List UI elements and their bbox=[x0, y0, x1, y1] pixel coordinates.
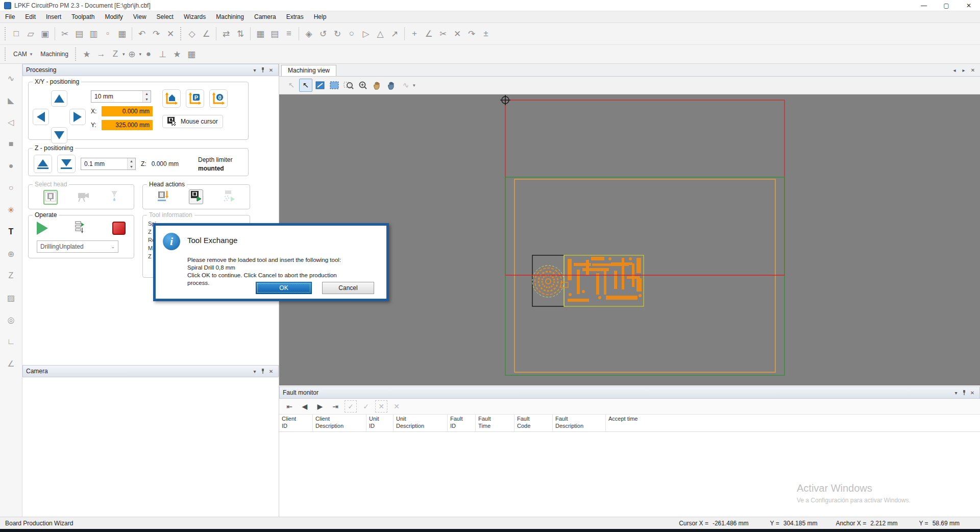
move-icon[interactable]: + bbox=[407, 27, 422, 41]
next-fault-icon[interactable]: ▶ bbox=[314, 400, 326, 413]
column-fault-description[interactable]: FaultDescription bbox=[553, 415, 606, 431]
ellipse-tool-icon[interactable]: ○ bbox=[4, 181, 18, 195]
start-processing-icon[interactable] bbox=[37, 222, 48, 235]
delete-icon[interactable]: ✕ bbox=[163, 27, 178, 41]
z-step-spinner[interactable]: 0.1 mm ▲▼ bbox=[81, 158, 136, 170]
cancel-button[interactable]: Cancel bbox=[322, 282, 374, 294]
zoom-fit-icon[interactable] bbox=[313, 79, 327, 92]
cut-icon[interactable]: ✂ bbox=[58, 27, 72, 41]
stop-processing-icon[interactable] bbox=[112, 222, 126, 235]
select-cursor-icon[interactable]: ↖ bbox=[299, 79, 312, 92]
chevron-down-icon[interactable]: ▾ bbox=[413, 83, 415, 88]
line-point-icon[interactable]: ∠ bbox=[422, 27, 436, 41]
panel-pin-icon[interactable] bbox=[960, 389, 968, 397]
menu-select[interactable]: Select bbox=[152, 12, 179, 22]
accept-selected-icon[interactable]: ✓ bbox=[345, 400, 357, 413]
pan-icon[interactable] bbox=[371, 79, 384, 92]
open-icon[interactable]: ▱ bbox=[23, 27, 38, 41]
spiral-tool-icon[interactable]: ◎ bbox=[4, 312, 18, 327]
menu-edit[interactable]: Edit bbox=[20, 12, 41, 22]
column-accept-time[interactable]: Accept time bbox=[606, 415, 980, 431]
panel-pin-icon[interactable] bbox=[259, 367, 267, 375]
text-tool-icon[interactable]: T bbox=[4, 225, 18, 239]
pan-alt-icon[interactable] bbox=[385, 79, 398, 92]
spindle-head-icon[interactable] bbox=[43, 190, 58, 205]
spin-down-icon[interactable]: ▼ bbox=[128, 164, 135, 170]
column-unit-id[interactable]: UnitID bbox=[366, 415, 394, 431]
angle-45-tool-icon[interactable]: ∠ bbox=[4, 356, 18, 371]
lower-head-icon[interactable] bbox=[157, 190, 170, 204]
redo-icon[interactable]: ↷ bbox=[149, 27, 163, 41]
paste-icon[interactable]: ▥ bbox=[86, 27, 101, 41]
menu-view[interactable]: View bbox=[128, 12, 152, 22]
cam-dropdown[interactable]: CAM ▾ bbox=[9, 49, 36, 59]
align-rows-icon[interactable]: ▤ bbox=[267, 27, 282, 41]
maximize-button[interactable]: ▢ bbox=[935, 0, 958, 11]
zoom-in-out-icon[interactable] bbox=[356, 79, 370, 92]
spin-up-icon[interactable]: ▲ bbox=[128, 158, 135, 164]
menu-toolpath[interactable]: Toolpath bbox=[66, 12, 100, 22]
last-fault-icon[interactable]: ⇥ bbox=[329, 400, 341, 413]
menu-machining[interactable]: Machining bbox=[211, 12, 249, 22]
dispenser-head-icon[interactable] bbox=[110, 190, 119, 204]
toolbar-grip[interactable] bbox=[75, 47, 77, 61]
menu-help[interactable]: Help bbox=[309, 12, 332, 22]
mirror-icon[interactable]: ▷ bbox=[359, 27, 373, 41]
first-fault-icon[interactable]: ⇤ bbox=[283, 400, 296, 413]
column-fault-code[interactable]: FaultCode bbox=[514, 415, 553, 431]
paste-special-icon[interactable]: ▫ bbox=[101, 27, 115, 41]
rubout-tool-icon[interactable]: ✳ bbox=[4, 203, 18, 217]
align-grid-icon[interactable]: ▦ bbox=[253, 27, 267, 41]
menu-file[interactable]: File bbox=[0, 12, 20, 22]
column-fault-id[interactable]: FaultID bbox=[448, 415, 476, 431]
rotate-ccw-icon[interactable]: ↺ bbox=[316, 27, 330, 41]
panel-close-icon[interactable]: ✕ bbox=[267, 367, 275, 375]
menu-extras[interactable]: Extras bbox=[281, 12, 309, 22]
print-icon[interactable]: ▦ bbox=[115, 27, 129, 41]
column-client-id[interactable]: ClientID bbox=[279, 415, 313, 431]
zoom-window-icon[interactable] bbox=[328, 79, 341, 92]
menu-insert[interactable]: Insert bbox=[41, 12, 66, 22]
closed-polygon-tool-icon[interactable]: ◣ bbox=[4, 93, 18, 107]
board-icon[interactable]: ▦ bbox=[184, 47, 199, 61]
close-button[interactable]: ✕ bbox=[958, 0, 980, 11]
flip-vertical-icon[interactable]: ⇅ bbox=[233, 27, 248, 41]
tab-scroll-right-icon[interactable]: ▸ bbox=[960, 66, 968, 74]
go-pause-position-button[interactable]: P bbox=[186, 89, 204, 108]
arc-point-icon[interactable]: ↷ bbox=[464, 27, 479, 41]
spray-icon[interactable] bbox=[223, 190, 236, 204]
panel-pin-icon[interactable] bbox=[259, 66, 267, 74]
dimension-icon[interactable]: ∠ bbox=[199, 27, 213, 41]
mouse-cursor-button[interactable]: Mouse cursor bbox=[162, 115, 223, 128]
z-contour-icon[interactable]: Z bbox=[108, 47, 122, 61]
jog-z-down-button[interactable] bbox=[57, 155, 76, 173]
tab-close-icon[interactable]: ✕ bbox=[969, 66, 977, 74]
angle-90-tool-icon[interactable]: ∟ bbox=[4, 334, 18, 349]
zoom-selection-icon[interactable] bbox=[342, 79, 355, 92]
wizard-icon[interactable]: ★ bbox=[80, 47, 94, 61]
select-dashed-icon[interactable]: ↖ bbox=[285, 79, 298, 92]
toolbar-grip[interactable] bbox=[5, 47, 7, 61]
column-client-description[interactable]: ClientDescription bbox=[313, 415, 366, 431]
tab-scroll-left-icon[interactable]: ◂ bbox=[950, 66, 959, 74]
cut-point-icon[interactable]: ✂ bbox=[436, 27, 450, 41]
add-point-icon[interactable]: ± bbox=[479, 27, 493, 41]
toolbar-grip[interactable] bbox=[5, 27, 7, 40]
curve-tool-icon[interactable]: ∿ bbox=[4, 71, 18, 85]
panel-collapse-icon[interactable]: ▾ bbox=[251, 367, 259, 375]
column-unit-description[interactable]: UnitDescription bbox=[394, 415, 448, 431]
save-icon[interactable]: ▣ bbox=[38, 27, 52, 41]
panel-collapse-icon[interactable]: ▾ bbox=[251, 66, 259, 74]
copy-icon[interactable]: ▤ bbox=[72, 27, 86, 41]
toolbar-grip[interactable] bbox=[180, 27, 182, 40]
machining-dropdown[interactable]: Machining bbox=[36, 49, 72, 59]
jog-y-minus-button[interactable] bbox=[51, 127, 67, 143]
process-step-icon[interactable]: → bbox=[94, 47, 108, 61]
panel-close-icon[interactable]: ✕ bbox=[267, 66, 275, 74]
camera-head-icon[interactable] bbox=[77, 191, 90, 204]
curve-measure-icon[interactable]: ∿ bbox=[399, 79, 412, 92]
go-zero-button[interactable]: 0 bbox=[209, 89, 228, 108]
origin-tool-icon[interactable]: ⊕ bbox=[4, 247, 18, 261]
jog-x-plus-button[interactable] bbox=[69, 109, 86, 125]
flip-triangle-icon[interactable]: △ bbox=[373, 27, 387, 41]
